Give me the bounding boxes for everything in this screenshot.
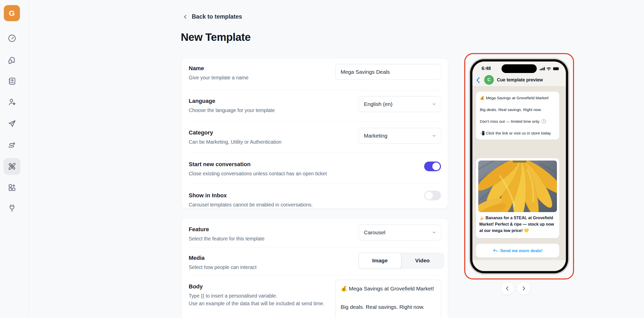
grid-plus-icon: [7, 183, 17, 192]
phone-bezel: 6:48 C Cue template preview 💰 Mega Savin…: [470, 59, 568, 273]
phone-header-title: Cue template preview: [497, 77, 543, 83]
toggle-knob: [432, 163, 440, 170]
feature-label: Feature: [189, 226, 209, 233]
divider: [189, 184, 441, 184]
wifi-icon: [547, 68, 551, 69]
template-content-card: Feature Select the feature for this temp…: [181, 218, 448, 318]
body-description-line2: Use an example of the data that will be …: [189, 300, 328, 307]
sidebar-item-campaigns[interactable]: [4, 115, 20, 132]
category-label: Category: [189, 129, 213, 136]
sidebar-item-apps[interactable]: [4, 179, 20, 196]
route-icon: [7, 140, 17, 149]
toggle-knob: [425, 192, 433, 199]
phone-chat-header: C Cue template preview: [472, 74, 566, 86]
phone-back-icon: [476, 77, 480, 83]
start-new-conversation-label: Start new conversation: [189, 161, 251, 168]
chevron-right-icon: [521, 286, 526, 291]
media-option-video[interactable]: Video: [401, 253, 444, 268]
message-paragraph: Big deals. Real savings. Right now.: [480, 107, 555, 113]
back-link-label: Back to templates: [192, 13, 242, 20]
start-new-conversation-toggle[interactable]: [424, 162, 441, 171]
sidebar-item-contacts[interactable]: [4, 73, 20, 90]
message-paragraph: Don't miss out — limited time only. 🕛: [480, 119, 555, 124]
chevron-down-icon: [432, 230, 436, 235]
feature-value: Carousel: [364, 229, 385, 236]
divider: [189, 275, 441, 275]
sidebar-item-flows[interactable]: [4, 136, 20, 153]
name-label: Name: [189, 65, 204, 72]
chat-area: 💰 Mega Savings at Grovefield Market! Big…: [472, 87, 566, 260]
status-icons: [540, 67, 560, 71]
sidebar-item-agent[interactable]: [4, 94, 20, 111]
battery-icon: [553, 67, 559, 70]
workspace-initial: G: [9, 9, 15, 18]
banana-image: [478, 161, 557, 212]
body-label: Body: [189, 283, 203, 290]
divider: [189, 90, 441, 90]
carousel-prev-button[interactable]: [501, 282, 514, 295]
quick-reply-label: Send me more deals!: [500, 248, 543, 253]
reply-arrow-icon: [493, 248, 498, 253]
back-to-templates-link[interactable]: Back to templates: [183, 13, 242, 20]
language-label: Language: [189, 98, 215, 104]
category-select[interactable]: Marketing: [359, 128, 441, 144]
pencil-ruler-icon: [7, 162, 17, 171]
divider: [189, 247, 441, 247]
contact-avatar: C: [484, 75, 494, 85]
show-in-inbox-label: Show in Inbox: [189, 192, 227, 199]
language-value: English (en): [364, 101, 392, 107]
category-description: Can be Marketing, Utility or Authenticat…: [189, 138, 332, 146]
status-time: 6:48: [482, 66, 491, 71]
chevron-down-icon: [432, 102, 436, 106]
sidebar: G: [0, 0, 29, 318]
dynamic-island: [502, 64, 537, 73]
sidebar-item-conversations[interactable]: [4, 52, 20, 69]
phone-screen: 6:48 C Cue template preview 💰 Mega Savin…: [472, 62, 566, 271]
chevron-down-icon: [432, 133, 436, 138]
media-option-image[interactable]: Image: [359, 253, 401, 268]
media-segmented-control: Image Video: [359, 253, 444, 268]
workspace-avatar[interactable]: G: [4, 5, 20, 21]
body-textarea[interactable]: 💰 Mega Savings at Grovefield Market! Big…: [335, 280, 441, 318]
quick-reply-button: Send me more deals!: [476, 244, 559, 258]
category-value: Marketing: [364, 133, 387, 139]
carousel-next-button[interactable]: [517, 282, 530, 295]
language-select[interactable]: English (en): [359, 96, 441, 112]
show-in-inbox-description: Carousel templates cannot be enabled in …: [189, 201, 332, 209]
signal-icon: [540, 67, 545, 70]
paper-plane-icon: [7, 119, 17, 128]
plug-icon: [7, 203, 17, 213]
message-paragraph: 💰 Mega Savings at Grovefield Market!: [480, 95, 555, 101]
media-label: Media: [189, 255, 205, 261]
media-description: Select how people can interact: [189, 263, 332, 271]
show-in-inbox-toggle[interactable]: [424, 191, 441, 200]
feature-description: Select the feature for this template: [189, 235, 332, 242]
chevron-left-icon: [183, 14, 188, 20]
start-new-conversation-description: Close existing conversations unless cont…: [189, 170, 332, 177]
contact-initial: C: [487, 77, 491, 82]
body-description-line1: Type {{ to insert a personalised variabl…: [189, 292, 332, 300]
carousel-card-bubble: 🍌 Bananas for a STEAL at Grovefield Mark…: [476, 158, 559, 238]
sidebar-item-integrations[interactable]: [4, 200, 20, 216]
message-bubble: 💰 Mega Savings at Grovefield Market! Big…: [476, 92, 559, 140]
name-description: Give your template a name: [189, 74, 332, 81]
message-paragraph: 📲 Click the link or visit us in store to…: [480, 130, 555, 136]
sidebar-item-dashboard[interactable]: [4, 30, 20, 47]
sidebar-item-templates[interactable]: [4, 158, 20, 175]
divider: [189, 152, 441, 153]
language-description: Choose the language for your template: [189, 106, 332, 114]
feature-select[interactable]: Carousel: [359, 225, 441, 240]
dashboard-icon: [7, 34, 17, 43]
name-input[interactable]: [335, 64, 441, 80]
chevron-left-icon: [505, 286, 510, 291]
chat-bubbles-icon: [7, 56, 17, 65]
template-settings-card: Name Give your template a name Language …: [181, 58, 448, 209]
page-title: New Template: [181, 31, 251, 43]
phone-preview: 6:48 C Cue template preview 💰 Mega Savin…: [469, 58, 569, 275]
carousel-card-caption: 🍌 Bananas for a STEAL at Grovefield Mark…: [479, 215, 556, 234]
contact-book-icon: [7, 77, 17, 86]
divider: [189, 121, 441, 121]
agent-sparkle-icon: [7, 97, 17, 107]
